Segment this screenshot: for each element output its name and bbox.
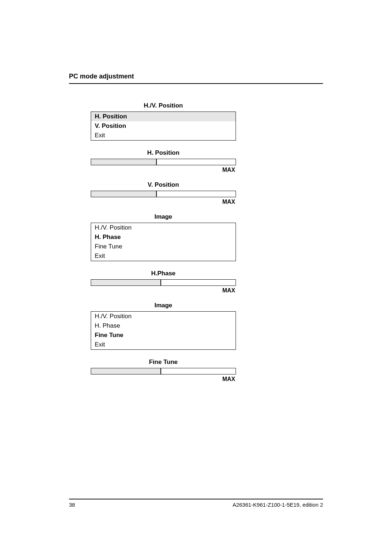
menu-item[interactable]: Exit <box>91 131 236 140</box>
slider-max-label: MAX <box>91 197 236 205</box>
menu-item[interactable]: V. Position <box>91 121 236 131</box>
menu-item[interactable]: H. Phase <box>91 321 236 331</box>
slider-title: H.Phase <box>91 270 236 277</box>
slider-title: V. Position <box>91 181 236 189</box>
horizontal-rule <box>69 83 323 84</box>
menu-title: H./V. Position <box>91 102 236 109</box>
slider-fill <box>91 191 156 197</box>
page-footer: 38 A26361-K961-Z100-1-5E19, edition 2 <box>69 499 323 508</box>
slider-finetune[interactable] <box>91 368 236 374</box>
menu-item[interactable]: H. Phase <box>91 232 236 242</box>
slider-hpos[interactable] <box>91 159 236 165</box>
menu-item[interactable]: Exit <box>91 340 236 349</box>
slider-max-label: MAX <box>91 286 236 294</box>
slider-fill <box>91 159 156 165</box>
doc-id: A26361-K961-Z100-1-5E19, edition 2 <box>233 502 323 508</box>
slider-max-label: MAX <box>91 374 236 382</box>
menu-box-hvpos: H. Position V. Position Exit <box>91 112 236 141</box>
menu-item[interactable]: Fine Tune <box>91 331 236 340</box>
slider-title: H. Position <box>91 149 236 157</box>
page-number: 38 <box>69 502 75 508</box>
menu-title: Image <box>91 302 236 309</box>
menu-box-image1: H./V. Position H. Phase Fine Tune Exit <box>91 223 236 261</box>
slider-thumb <box>160 280 161 285</box>
footer-row: 38 A26361-K961-Z100-1-5E19, edition 2 <box>69 502 323 508</box>
slider-thumb <box>156 191 157 197</box>
menu-item[interactable]: H./V. Position <box>91 312 236 321</box>
slider-vpos[interactable] <box>91 191 236 197</box>
slider-fill <box>91 368 160 374</box>
slider-thumb <box>156 159 157 165</box>
menu-item[interactable]: Fine Tune <box>91 242 236 251</box>
menu-box-image2: H./V. Position H. Phase Fine Tune Exit <box>91 311 236 350</box>
section-header: PC mode adjustment <box>69 73 323 80</box>
slider-title: Fine Tune <box>91 358 236 366</box>
menu-item[interactable]: Exit <box>91 251 236 261</box>
document-page: PC mode adjustment H./V. Position H. Pos… <box>0 0 392 555</box>
slider-max-label: MAX <box>91 165 236 173</box>
slider-fill <box>91 280 160 285</box>
content-column: H./V. Position H. Position V. Position E… <box>91 102 236 382</box>
menu-item[interactable]: H./V. Position <box>91 223 236 232</box>
menu-title: Image <box>91 213 236 220</box>
slider-hphase[interactable] <box>91 279 236 286</box>
slider-thumb <box>160 368 161 374</box>
menu-item[interactable]: H. Position <box>91 112 236 121</box>
horizontal-rule <box>69 499 323 499</box>
